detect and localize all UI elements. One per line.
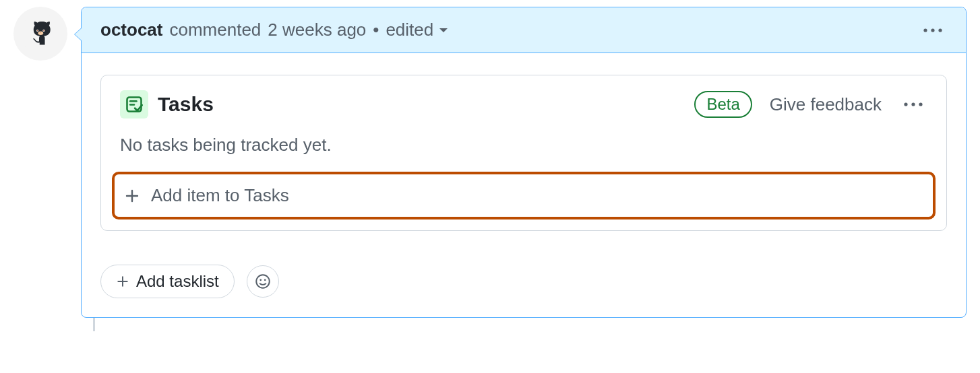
comment-container: octocat commented 2 weeks ago • edited <box>13 7 967 318</box>
kebab-horizontal-icon <box>903 101 923 108</box>
comment-action: commented <box>169 20 261 40</box>
comment-menu-button[interactable] <box>919 23 947 38</box>
tasks-empty-state: No tasks being tracked yet. <box>101 125 946 172</box>
svg-point-20 <box>256 275 270 288</box>
separator-dot: • <box>373 20 379 40</box>
add-item-label: Add item to Tasks <box>151 185 289 206</box>
add-reaction-button[interactable] <box>247 265 279 298</box>
tasks-header: Tasks Beta Give feedback <box>101 75 946 125</box>
octocat-icon <box>20 13 61 54</box>
svg-point-22 <box>264 279 266 281</box>
svg-point-9 <box>938 28 942 32</box>
add-item-row[interactable]: Add item to Tasks <box>112 172 936 219</box>
svg-point-6 <box>40 32 42 33</box>
svg-point-13 <box>904 102 907 106</box>
svg-point-21 <box>259 279 262 281</box>
svg-point-8 <box>931 28 934 32</box>
edited-dropdown[interactable]: edited <box>386 20 448 40</box>
comment-footer-actions: Add tasklist <box>100 265 947 298</box>
tasklist-icon <box>125 95 144 114</box>
smiley-icon <box>254 273 272 290</box>
tasks-menu-button[interactable] <box>899 97 927 112</box>
svg-point-3 <box>37 30 38 32</box>
feedback-link[interactable]: Give feedback <box>770 94 882 115</box>
svg-point-5 <box>38 32 43 35</box>
svg-point-14 <box>911 102 915 106</box>
tasks-panel: Tasks Beta Give feedback <box>100 75 947 231</box>
comment-header-meta: octocat commented 2 weeks ago • edited <box>100 20 448 40</box>
tasks-title-group: Tasks <box>120 90 214 118</box>
comment-timestamp: 2 weeks ago <box>268 20 366 40</box>
comment-body: Tasks Beta Give feedback <box>82 53 966 317</box>
add-tasklist-button[interactable]: Add tasklist <box>100 265 235 298</box>
comment-header: octocat commented 2 weeks ago • edited <box>82 7 966 53</box>
tasks-title: Tasks <box>158 93 214 116</box>
edited-label: edited <box>386 20 433 40</box>
svg-point-4 <box>43 30 44 32</box>
svg-point-7 <box>923 28 927 32</box>
author-avatar[interactable] <box>13 7 67 61</box>
timeline-connector <box>93 318 95 331</box>
kebab-horizontal-icon <box>923 27 943 34</box>
add-tasklist-label: Add tasklist <box>136 272 219 291</box>
beta-badge: Beta <box>694 91 752 118</box>
comment-box: octocat commented 2 weeks ago • edited <box>81 7 967 318</box>
tasklist-icon-wrap <box>120 90 148 118</box>
plus-icon <box>116 275 129 288</box>
svg-point-15 <box>919 102 922 106</box>
plus-icon <box>124 188 140 204</box>
tasks-header-actions: Beta Give feedback <box>694 91 927 118</box>
author-username[interactable]: octocat <box>100 20 162 40</box>
comment-arrow <box>74 28 82 41</box>
caret-down-icon <box>439 27 448 34</box>
